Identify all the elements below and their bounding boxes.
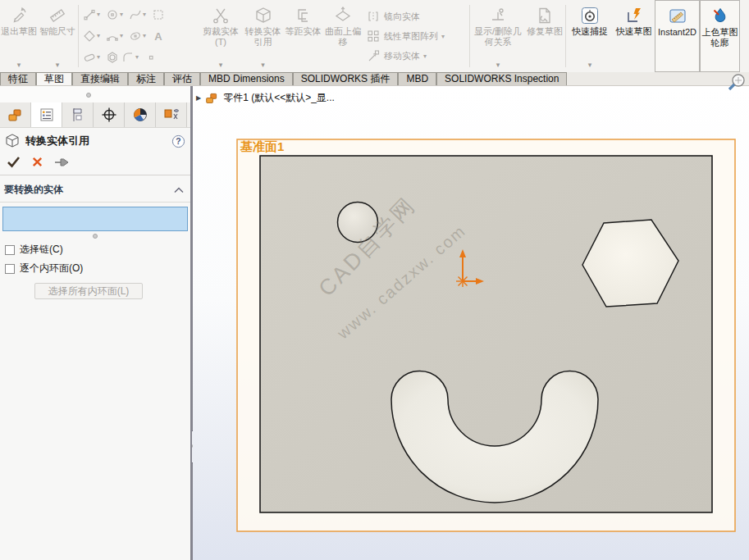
- mirror-entities-button[interactable]: 镜向实体: [365, 8, 467, 25]
- graphics-area[interactable]: 基准面1 CAD自学网 www. cadzxw. com: [193, 86, 749, 560]
- convert-entities-button[interactable]: 转换实体引用 ▾: [242, 0, 284, 72]
- tree-expand-arrow[interactable]: ▶: [196, 94, 201, 102]
- trim-entities-button[interactable]: 剪裁实体(T) ▾: [199, 0, 242, 72]
- text-tool-button[interactable]: A: [150, 29, 166, 44]
- offset-on-surface-button[interactable]: 曲面上偏移: [322, 0, 363, 72]
- tab-direct-editing[interactable]: 直接编辑: [72, 72, 128, 85]
- mirror-entities-icon: [365, 9, 381, 25]
- solidworks-window: 退出草图 ▾ 智能尺寸 ▾ ▾ ▾: [0, 0, 749, 560]
- inner-loops-label: 逐个内环面(O): [20, 262, 83, 275]
- tab-solidworks-addins[interactable]: SOLIDWORKS 插件: [293, 72, 399, 85]
- tab-solidworks-inspection[interactable]: SOLIDWORKS Inspection: [436, 72, 567, 85]
- slot-tool-button[interactable]: ▾: [81, 50, 104, 66]
- arc-tool-button[interactable]: ▾: [104, 29, 127, 44]
- part-tree-label[interactable]: 零件1 (默认<<默认>_显...: [223, 91, 335, 105]
- fillet-tool-button[interactable]: ▾: [120, 50, 143, 66]
- cancel-button[interactable]: [31, 156, 43, 168]
- property-manager-icon: [39, 107, 55, 123]
- tab-property-manager[interactable]: [31, 102, 62, 127]
- exit-sketch-dropdown[interactable]: ▾: [17, 61, 21, 72]
- help-icon[interactable]: ?: [171, 134, 185, 148]
- line-dropdown[interactable]: ▾: [97, 11, 104, 18]
- quick-snaps-dropdown[interactable]: ▾: [588, 61, 592, 72]
- ok-button[interactable]: [7, 156, 21, 168]
- tab-markup[interactable]: 标注: [128, 72, 164, 85]
- ribbon-separator: [469, 5, 470, 67]
- convert-entities-dropdown[interactable]: ▾: [261, 61, 265, 72]
- spline-tool-button[interactable]: ▾: [127, 7, 150, 23]
- polygon-dropdown[interactable]: ▾: [97, 33, 104, 39]
- tab-features[interactable]: 特征: [0, 72, 36, 85]
- instant2d-button[interactable]: Instant2D: [655, 0, 700, 72]
- spline-dropdown[interactable]: ▾: [143, 11, 150, 18]
- tab-display-manager[interactable]: [125, 102, 156, 127]
- quick-snaps-label: 快速捕捉: [567, 26, 613, 37]
- model-view[interactable]: 基准面1 CAD自学网 www. cadzxw. com: [193, 86, 749, 560]
- select-chain-checkbox[interactable]: [5, 245, 15, 255]
- smart-dimension-button[interactable]: 智能尺寸 ▾: [38, 0, 77, 72]
- line-icon: [81, 7, 97, 23]
- exit-sketch-button[interactable]: 退出草图 ▾: [0, 0, 38, 72]
- circumscribed-polygon-tool-button[interactable]: [104, 50, 120, 66]
- fillet-dropdown[interactable]: ▾: [135, 54, 143, 61]
- plane-label: 基准面1: [240, 139, 284, 153]
- select-all-inner-loops-button[interactable]: 选择所有内环面(L): [34, 283, 143, 299]
- quick-snaps-icon: [581, 4, 599, 26]
- ellipse-tool-button[interactable]: ▾: [127, 29, 150, 44]
- smart-dimension-label: 智能尺寸: [38, 26, 77, 37]
- repair-sketch-label: 修复草图: [525, 26, 564, 37]
- move-entities-label: 移动实体: [384, 50, 420, 62]
- smart-dimension-dropdown[interactable]: ▾: [56, 61, 60, 72]
- display-relations-dropdown[interactable]: ▾: [496, 61, 500, 72]
- splitter-grip-dot[interactable]: [93, 234, 98, 239]
- move-entities-button[interactable]: 移动实体 ▾: [365, 48, 467, 64]
- point-icon: [143, 50, 158, 66]
- slot-icon: [81, 50, 97, 66]
- tab-mbd[interactable]: MBD: [398, 72, 436, 85]
- circle-tool-button[interactable]: ▾: [104, 7, 127, 23]
- tab-sketch[interactable]: 草图: [36, 72, 72, 85]
- entities-selection-listbox[interactable]: [2, 207, 188, 231]
- splitter-grip-dot[interactable]: [86, 93, 91, 98]
- ellipse-dropdown[interactable]: ▾: [143, 33, 150, 39]
- linear-sketch-pattern-button[interactable]: 线性草图阵列 ▾: [365, 28, 467, 44]
- corner-rectangle-tool-button[interactable]: [150, 7, 166, 23]
- rectangle-icon: [150, 7, 166, 23]
- tab-configuration-manager[interactable]: [62, 102, 94, 127]
- display-delete-relations-button[interactable]: 显示/删除几何关系 ▾: [471, 0, 525, 72]
- tab-dimxpert-manager[interactable]: [94, 102, 125, 127]
- chevron-up-icon[interactable]: [174, 187, 184, 193]
- linear-pattern-dropdown[interactable]: ▾: [441, 33, 445, 40]
- offset-on-surface-icon: [334, 4, 352, 26]
- select-chain-option[interactable]: 选择链(C): [2, 240, 190, 259]
- magnifier-icon[interactable]: [725, 72, 749, 95]
- ellipse-icon: [127, 29, 143, 44]
- selection-box-splitter[interactable]: [0, 231, 190, 240]
- inner-loops-checkbox[interactable]: [5, 264, 15, 274]
- panel-top-splitter[interactable]: [0, 86, 190, 102]
- point-tool-button[interactable]: [143, 50, 158, 66]
- rapid-sketch-button[interactable]: 快速草图: [613, 0, 655, 72]
- circle-dropdown[interactable]: ▾: [120, 11, 127, 18]
- tab-mbd-dimensions[interactable]: MBD Dimensions: [200, 72, 293, 85]
- pin-button[interactable]: [54, 157, 69, 168]
- arc-icon: [104, 29, 120, 44]
- move-entities-dropdown[interactable]: ▾: [423, 52, 427, 60]
- select-chain-label: 选择链(C): [20, 243, 63, 257]
- tab-feature-manager-tree[interactable]: [0, 102, 31, 127]
- inner-loops-option[interactable]: 逐个内环面(O): [2, 259, 190, 278]
- offset-entities-button[interactable]: 等距实体: [284, 0, 322, 72]
- repair-sketch-button[interactable]: 修复草图: [525, 0, 564, 72]
- arc-dropdown[interactable]: ▾: [120, 33, 127, 39]
- quick-snaps-button[interactable]: 快速捕捉 ▾: [567, 0, 613, 72]
- polygon-tool-button[interactable]: ▾: [81, 29, 104, 44]
- line-tool-button[interactable]: ▾: [81, 7, 104, 23]
- tab-evaluate[interactable]: 评估: [164, 72, 200, 85]
- command-manager-ribbon: 退出草图 ▾ 智能尺寸 ▾ ▾ ▾: [0, 0, 749, 72]
- convert-entities-icon: [254, 4, 272, 26]
- shaded-sketch-contours-button[interactable]: 上色草图轮廓: [700, 0, 740, 72]
- configuration-manager-icon: [70, 107, 86, 123]
- slot-dropdown[interactable]: ▾: [97, 54, 104, 61]
- trim-entities-dropdown[interactable]: ▾: [219, 61, 223, 72]
- tab-cam-addin[interactable]: [156, 102, 187, 127]
